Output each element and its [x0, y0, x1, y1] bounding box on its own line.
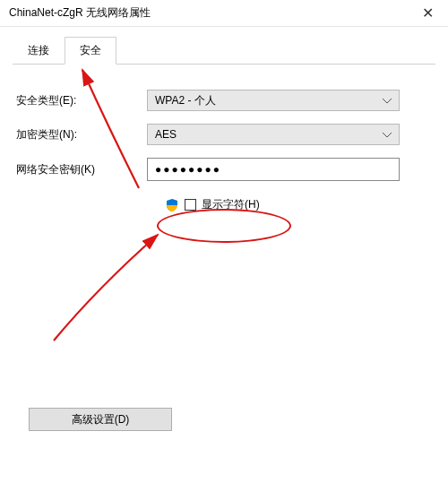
encryption-type-select[interactable]: AES [147, 124, 400, 145]
content-area: 连接 安全 安全类型(E): WPA2 - 个人 加密类型(N): AES 网络… [0, 27, 448, 225]
network-key-label: 网络安全密钥(K) [13, 162, 147, 177]
tab-security[interactable]: 安全 [65, 37, 116, 65]
button-label: 高级设置(D) [72, 412, 130, 427]
row-encryption-type: 加密类型(N): AES [13, 124, 435, 145]
close-button[interactable]: ✕ [408, 0, 448, 27]
tab-strip: 连接 安全 [13, 36, 435, 65]
chevron-down-icon [383, 94, 392, 107]
row-network-key: 网络安全密钥(K) ●●●●●●●● [13, 158, 435, 181]
select-value: WPA2 - 个人 [155, 93, 216, 108]
window-title: ChinaNet-cZgR 无线网络属性 [9, 5, 408, 21]
close-icon: ✕ [422, 4, 434, 22]
uac-shield-icon [165, 198, 179, 212]
select-value: AES [155, 128, 177, 141]
password-mask: ●●●●●●●● [155, 163, 221, 176]
advanced-settings-button[interactable]: 高级设置(D) [29, 408, 172, 431]
tab-label: 安全 [80, 44, 101, 56]
tab-label: 连接 [28, 44, 49, 56]
row-show-characters: 显示字符(H) [165, 197, 435, 212]
show-characters-label: 显示字符(H) [202, 197, 260, 212]
security-type-label: 安全类型(E): [13, 93, 147, 108]
chevron-down-icon [383, 128, 392, 141]
encryption-type-label: 加密类型(N): [13, 127, 147, 142]
tab-connect[interactable]: 连接 [13, 37, 65, 65]
network-key-input[interactable]: ●●●●●●●● [147, 158, 400, 181]
show-characters-checkbox[interactable] [185, 199, 196, 211]
security-type-select[interactable]: WPA2 - 个人 [147, 90, 400, 111]
title-bar: ChinaNet-cZgR 无线网络属性 ✕ [0, 0, 448, 27]
row-security-type: 安全类型(E): WPA2 - 个人 [13, 90, 435, 111]
